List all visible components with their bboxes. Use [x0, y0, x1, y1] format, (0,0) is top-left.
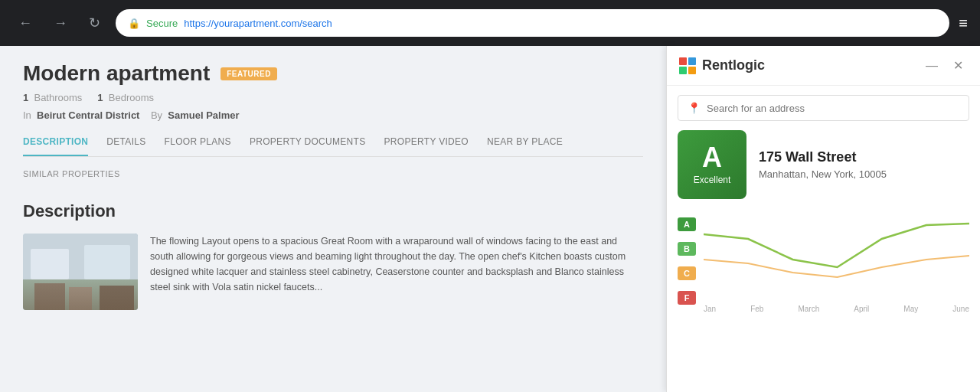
month-feb: Feb: [750, 305, 763, 313]
similar-properties-link[interactable]: SIMILAR PROPERTIES: [23, 169, 643, 178]
property-location: In Beirut Central District By Samuel Pal…: [23, 109, 643, 121]
logo-grid: [679, 57, 696, 74]
property-title-row: Modern apartment FEATURED: [23, 61, 643, 86]
property-title: Modern apartment: [23, 61, 210, 86]
browser-chrome: ← → ↻ 🔒 Secure https://yourapartment.com…: [0, 0, 980, 46]
month-june: June: [952, 305, 969, 313]
chart-svg-container: [704, 217, 969, 302]
bedrooms-info: 1 Bedrooms: [97, 92, 154, 103]
description-section: Description The flowing Layout opens to …: [23, 201, 643, 310]
address-search-input[interactable]: [707, 103, 959, 114]
description-content: The flowing Layout opens to a spacious G…: [23, 234, 643, 310]
month-april: April: [854, 305, 869, 313]
tab-property-video[interactable]: PROPERTY VIDEO: [384, 136, 469, 156]
tab-property-documents[interactable]: PROPERTY DOCUMENTS: [250, 136, 366, 156]
address-bar[interactable]: 🔒 Secure https://yourapartment.com/searc…: [116, 9, 949, 37]
logo-dot-red: [679, 57, 687, 65]
minimize-button[interactable]: —: [921, 57, 942, 74]
bathrooms-label: Bathrooms: [34, 92, 82, 103]
back-button[interactable]: ←: [12, 12, 38, 34]
main-area: Modern apartment FEATURED 1 Bathrooms 1 …: [0, 46, 980, 392]
bedrooms-count: 1: [97, 92, 103, 103]
month-march: March: [798, 305, 819, 313]
close-button[interactable]: ✕: [949, 57, 968, 74]
widget-controls: — ✕: [921, 57, 968, 74]
search-icon: 📍: [688, 102, 701, 114]
svg-rect-1: [23, 279, 138, 310]
chart-area: A B C F Jan Feb March April May June: [667, 210, 980, 392]
widget-logo: Rentlogic: [679, 57, 765, 74]
logo-dot-orange: [688, 67, 696, 74]
city-address: Manhattan, New York, 10005: [759, 168, 887, 180]
grade-pill-c: C: [678, 266, 696, 280]
property-meta: 1 Bathrooms 1 Bedrooms: [23, 92, 643, 103]
secure-label: Secure: [146, 18, 178, 29]
property-image: [23, 234, 138, 310]
featured-badge: FEATURED: [220, 67, 277, 80]
grade-pill-f: F: [678, 291, 696, 305]
grade-letter: A: [702, 144, 722, 172]
svg-rect-4: [34, 283, 65, 310]
property-card: A Excellent 175 Wall Street Manhattan, N…: [678, 130, 969, 199]
tab-details[interactable]: DETAILS: [106, 136, 145, 156]
svg-rect-6: [100, 286, 134, 310]
widget-header: Rentlogic — ✕: [667, 46, 980, 86]
bathrooms-info: 1 Bathrooms: [23, 92, 82, 103]
logo-dot-blue: [688, 57, 696, 65]
logo-dot-green: [679, 67, 687, 74]
grade-labels: A B C F: [678, 217, 696, 305]
rating-chart: [704, 217, 969, 302]
menu-icon[interactable]: ≡: [959, 15, 968, 32]
description-text: The flowing Layout opens to a spacious G…: [150, 234, 643, 310]
street-address: 175 Wall Street: [759, 149, 887, 165]
tab-near-by-place[interactable]: NEAR BY PLACE: [487, 136, 563, 156]
url-text: https://yourapartment.com/search: [184, 18, 332, 29]
tab-description[interactable]: DESCRIPTION: [23, 136, 88, 156]
search-bar[interactable]: 📍: [678, 95, 969, 121]
tab-floor-plans[interactable]: FLOOR PLANS: [165, 136, 231, 156]
bedrooms-label: Bedrooms: [109, 92, 154, 103]
description-title: Description: [23, 201, 643, 221]
property-address: 175 Wall Street Manhattan, New York, 100…: [759, 149, 887, 180]
by-prefix: By: [151, 109, 162, 121]
chart-months: Jan Feb March April May June: [704, 302, 969, 313]
forward-button[interactable]: →: [47, 12, 74, 34]
grade-pill-b: B: [678, 242, 696, 256]
svg-rect-5: [69, 287, 92, 310]
location-prefix: In: [23, 109, 31, 121]
agent-name: Samuel Palmer: [168, 109, 239, 121]
svg-rect-2: [31, 249, 69, 279]
grade-box: A Excellent: [678, 130, 746, 199]
svg-rect-3: [84, 245, 130, 279]
grade-pill-a: A: [678, 217, 696, 231]
tabs-bar: DESCRIPTION DETAILS FLOOR PLANS PROPERTY…: [23, 136, 643, 157]
reload-button[interactable]: ↻: [83, 11, 106, 34]
logo-name: Rentlogic: [702, 57, 765, 74]
bathrooms-count: 1: [23, 92, 28, 103]
property-image-svg: [23, 234, 138, 310]
district: Beirut Central District: [37, 109, 139, 121]
left-panel: Modern apartment FEATURED 1 Bathrooms 1 …: [0, 46, 666, 392]
month-jan: Jan: [704, 305, 716, 313]
lock-icon: 🔒: [128, 18, 140, 29]
grade-label: Excellent: [694, 175, 731, 185]
rentlogic-widget: Rentlogic — ✕ 📍 A Excellent 175 Wall Str…: [666, 46, 980, 392]
month-may: May: [903, 305, 918, 313]
